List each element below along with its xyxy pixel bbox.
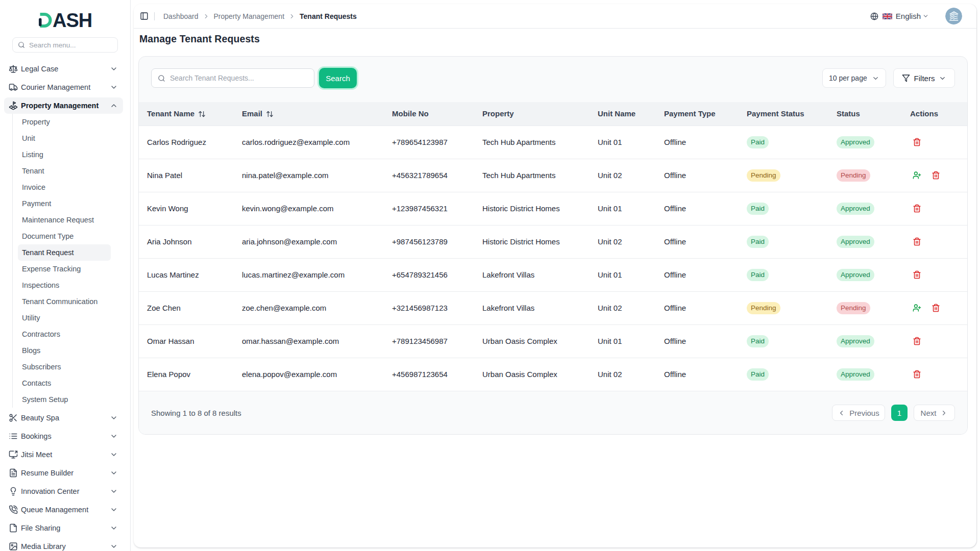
svg-text:ASH: ASH (53, 10, 92, 31)
